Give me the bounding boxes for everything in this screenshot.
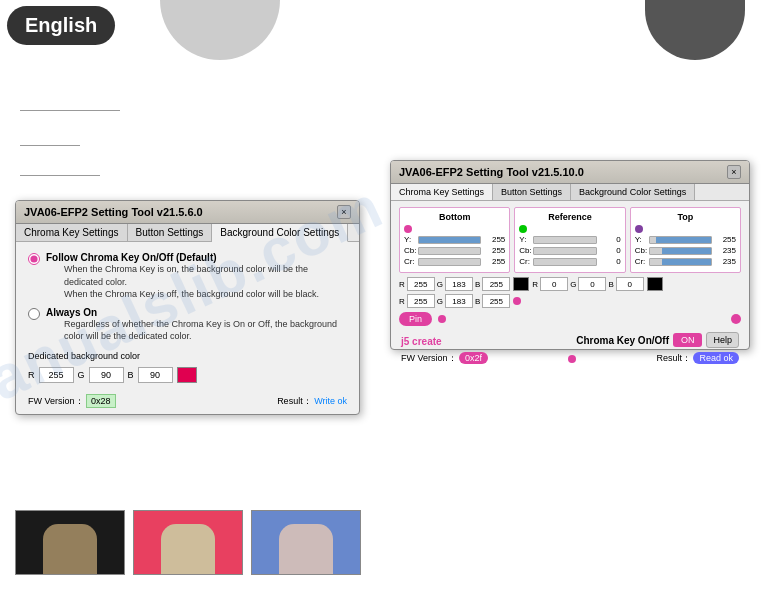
close-button-right[interactable]: × — [727, 165, 741, 179]
slider-y-bottom[interactable] — [418, 236, 481, 244]
g3-input[interactable] — [445, 294, 473, 308]
slider-y-ref[interactable] — [533, 236, 596, 244]
slider-cr-ref[interactable] — [533, 258, 596, 266]
g2-input[interactable] — [578, 277, 606, 291]
g-input[interactable] — [89, 367, 124, 383]
tab-chroma-key-right[interactable]: Chroma Key Settings — [391, 184, 493, 200]
val-y-ref: 0 — [599, 235, 621, 244]
g1-input[interactable] — [445, 277, 473, 291]
tab-button-settings-left[interactable]: Button Settings — [128, 224, 213, 241]
chroma-key-toggle[interactable]: ON — [673, 333, 703, 347]
label-cb-ref: Cb: — [519, 246, 533, 255]
r1-label: R — [399, 280, 405, 289]
radio-always-on[interactable] — [28, 308, 40, 320]
col-top-cb: Cb: 235 — [635, 246, 736, 255]
radio-follow-note: When the Chroma Key is on, the backgroun… — [64, 263, 347, 301]
pin-button[interactable]: Pin — [399, 312, 432, 326]
dot-pin — [438, 315, 446, 323]
slider-y-top[interactable] — [649, 236, 712, 244]
col-bottom-y: Y: 255 — [404, 235, 505, 244]
chroma-col-reference: Reference Y: 0 Cb: 0 — [514, 207, 625, 273]
black-swatch-2 — [647, 277, 663, 291]
b3-input[interactable] — [482, 294, 510, 308]
pin-row: Pin — [399, 312, 741, 326]
b1-input[interactable] — [482, 277, 510, 291]
color-swatch-left — [177, 367, 197, 383]
slider-cr-bottom[interactable] — [418, 258, 481, 266]
black-swatch — [513, 277, 529, 291]
help-button[interactable]: Help — [706, 332, 739, 348]
r1-input[interactable] — [407, 277, 435, 291]
radio-always-label: Always On — [46, 307, 347, 318]
r2-input[interactable] — [540, 277, 568, 291]
thumb-red — [133, 510, 243, 575]
val-y-top: 255 — [714, 235, 736, 244]
j5-logo: j5 create — [401, 332, 442, 348]
label-cr-bottom: Cr: — [404, 257, 418, 266]
slider-fill-cb-top — [662, 248, 711, 254]
tab-button-settings-right[interactable]: Button Settings — [493, 184, 571, 200]
tab-background-color-left[interactable]: Background Color Settings — [212, 224, 348, 242]
col-bottom-header: Bottom — [404, 212, 505, 222]
fw-version-right-label: FW Version： 0x2f — [401, 352, 488, 365]
g3-label: G — [437, 297, 443, 306]
r-input[interactable] — [39, 367, 74, 383]
val-cr-top: 235 — [714, 257, 736, 266]
dot-top — [635, 225, 643, 233]
val-y-bottom: 255 — [483, 235, 505, 244]
col-ref-cb: Cb: 0 — [519, 246, 620, 255]
radio-item-2: Always On Regardless of whether the Chro… — [28, 307, 347, 343]
fw-version-badge-left: 0x28 — [86, 394, 116, 408]
fw-right-row: FW Version： 0x2f Result： Read ok — [399, 352, 741, 365]
chroma-tabs: Chroma Key Settings Button Settings Back… — [391, 184, 749, 201]
result-right-label: Result： Read ok — [656, 352, 739, 365]
col-bottom-cb: Cb: 255 — [404, 246, 505, 255]
bottom-rgb-row: R G B R G B R — [399, 277, 741, 308]
slider-cb-bottom[interactable] — [418, 247, 481, 255]
rgb-row-left: R G B — [28, 367, 347, 383]
b2-label: B — [608, 280, 613, 289]
tab-bg-color-right[interactable]: Background Color Settings — [571, 184, 695, 200]
chroma-body: Bottom Y: 255 Cb: 255 — [391, 201, 749, 371]
fw-version-badge-right: 0x2f — [459, 352, 488, 364]
val-cr-bottom: 255 — [483, 257, 505, 266]
close-button-left[interactable]: × — [337, 205, 351, 219]
chroma-key-label: Chroma Key On/Off — [576, 335, 669, 346]
col-ref-header: Reference — [519, 212, 620, 222]
rgb-group-1: R G B — [399, 277, 510, 291]
chroma-key-section: Chroma Key On/Off ON Help — [576, 332, 739, 348]
dedicated-bg-label: Dedicated background color — [28, 351, 140, 361]
right-panel: JVA06-EFP2 Setting Tool v21.5.10.0 × Chr… — [380, 0, 765, 595]
chroma-col-bottom: Bottom Y: 255 Cb: 255 — [399, 207, 510, 273]
dot-fw — [568, 355, 576, 363]
result-ok-badge: Read ok — [693, 352, 739, 364]
r3-label: R — [399, 297, 405, 306]
col-top-y: Y: 255 — [635, 235, 736, 244]
b-input[interactable] — [138, 367, 173, 383]
dialog-title-right: JVA06-EFP2 Setting Tool v21.5.10.0 — [399, 166, 584, 178]
chroma-footer: j5 create Chroma Key On/Off ON Help — [399, 332, 741, 348]
person-silhouette-3 — [279, 524, 333, 574]
dot-end-rgb — [513, 297, 521, 305]
g1-label: G — [437, 280, 443, 289]
radio-item-1: Follow Chroma Key On/Off (Default) When … — [28, 252, 347, 301]
radio-follow[interactable] — [28, 253, 40, 265]
b3-label: B — [475, 297, 480, 306]
label-cr-top: Cr: — [635, 257, 649, 266]
slider-cb-ref[interactable] — [533, 247, 596, 255]
color-row: Dedicated background color — [28, 351, 347, 361]
r3-input[interactable] — [407, 294, 435, 308]
english-badge: English — [7, 6, 115, 45]
b2-input[interactable] — [616, 277, 644, 291]
note1: When the Chroma Key is on, the backgroun… — [64, 264, 308, 287]
dialog-tabs-left: Chroma Key Settings Button Settings Back… — [16, 224, 359, 242]
dialog-content-left: Follow Chroma Key On/Off (Default) When … — [16, 242, 359, 393]
fw-version-left: FW Version： 0x28 — [28, 395, 116, 408]
slider-cr-top[interactable] — [649, 258, 712, 266]
slider-fill-y-top — [656, 237, 711, 243]
result-left: Result： Write ok — [277, 395, 347, 408]
label-y-bottom: Y: — [404, 235, 418, 244]
val-cb-bottom: 255 — [483, 246, 505, 255]
tab-chroma-key-left[interactable]: Chroma Key Settings — [16, 224, 128, 241]
slider-cb-top[interactable] — [649, 247, 712, 255]
